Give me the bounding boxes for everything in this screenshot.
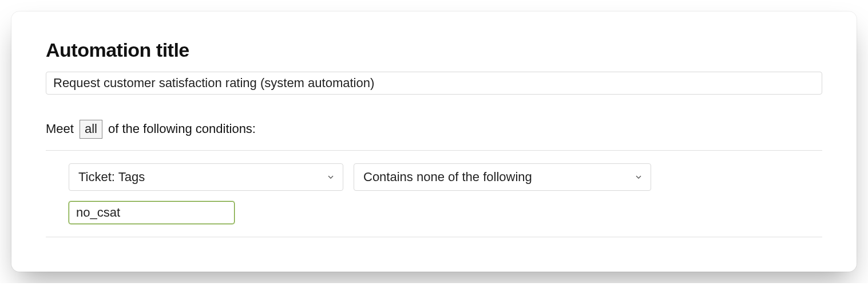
condition-tag-row: no_csat (46, 201, 822, 224)
conditions-match-badge: all (80, 120, 102, 139)
conditions-suffix: of the following conditions: (108, 122, 256, 136)
automation-title-heading: Automation title (46, 39, 822, 61)
condition-tag-input[interactable]: no_csat (69, 201, 235, 224)
automation-title-input[interactable] (46, 72, 822, 95)
condition-field-select[interactable]: Ticket: Tags (69, 163, 343, 191)
condition-field-select-wrap: Ticket: Tags (69, 163, 343, 191)
condition-operator-select[interactable]: Contains none of the following (354, 163, 651, 191)
condition-operator-select-wrap: Contains none of the following (354, 163, 651, 191)
condition-row: Ticket: Tags Contains none of the follow… (46, 151, 822, 191)
conditions-prefix: Meet (46, 122, 74, 136)
divider-bottom (46, 237, 822, 237)
conditions-label: Meet all of the following conditions: (46, 120, 822, 139)
automation-card: Automation title Meet all of the followi… (11, 11, 857, 272)
